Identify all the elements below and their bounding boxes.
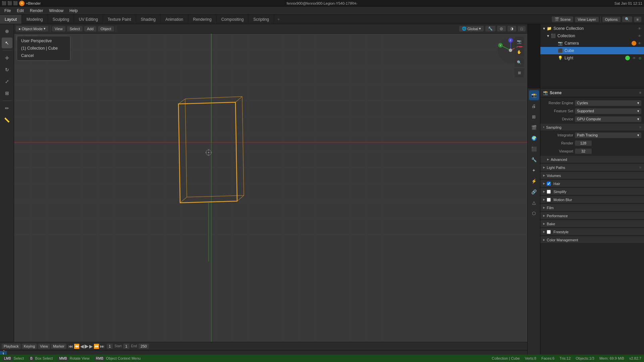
tab-texture-paint[interactable]: Texture Paint (103, 15, 136, 24)
tab-layout[interactable]: Layout (0, 15, 22, 24)
menu-render[interactable]: Render (27, 8, 46, 14)
data-props-btn[interactable]: △ (529, 197, 539, 207)
camera-eye[interactable]: 👁 (638, 42, 641, 45)
select-menu[interactable]: Select (67, 26, 83, 32)
tab-sculpting[interactable]: Sculpting (48, 15, 74, 24)
tab-add-button[interactable]: + (274, 15, 283, 24)
next-keyframe-btn[interactable]: ▶ (89, 344, 93, 349)
motion-blur-section[interactable]: ▶ Motion Blur (540, 196, 644, 203)
world-props-btn[interactable]: 🌍 (529, 133, 539, 143)
tab-compositing[interactable]: Compositing (217, 15, 249, 24)
mode-selector[interactable]: ● Object Mode ▾ (16, 26, 48, 32)
advanced-subsection[interactable]: ▶ Advanced (540, 156, 644, 163)
marker-btn[interactable]: Marker (51, 344, 66, 349)
viewport-samples-value[interactable]: 32 (575, 148, 592, 154)
hair-checkbox[interactable] (547, 182, 551, 186)
options-btn[interactable]: Options (602, 17, 621, 22)
sampling-menu[interactable]: ≡ (639, 125, 641, 129)
playback-btn[interactable]: Playback (2, 344, 21, 349)
start-frame-input[interactable]: 1 (123, 344, 129, 349)
context-cancel[interactable]: Cancel (17, 52, 70, 59)
current-frame-input[interactable]: 1 (107, 344, 113, 349)
cursor-tool[interactable]: ⊕ (2, 26, 12, 37)
prev-frame-btn[interactable]: ⏪ (74, 344, 79, 349)
context-collection-cube[interactable]: (1) Collection | Cube (17, 45, 70, 52)
menu-window[interactable]: Window (46, 8, 66, 14)
context-user-perspective[interactable]: User Perspective (17, 37, 70, 45)
light-paths-menu[interactable]: ≡ (639, 166, 641, 169)
tab-modeling[interactable]: Modeling (22, 15, 48, 24)
view-layer-selector[interactable]: View Layer (575, 17, 598, 22)
material-props-btn[interactable]: ⬡ (529, 208, 539, 218)
outliner-scene-collection[interactable]: ▾ 📁 Scene Collection 👁 (540, 25, 644, 32)
device-selector[interactable]: GPU Compute ▾ (575, 116, 641, 122)
menu-edit[interactable]: Edit (14, 8, 26, 14)
annotate-tool[interactable]: ✏ (2, 103, 12, 114)
outliner-light[interactable]: 💡 Light 👁 ⊙ (540, 54, 644, 62)
motion-blur-checkbox[interactable] (547, 198, 551, 202)
collection-eye[interactable]: 👁 (638, 34, 641, 38)
outliner-camera[interactable]: 📷 Camera 👁 (540, 40, 644, 47)
volumes-section[interactable]: ▶ Volumes (540, 172, 644, 179)
integrator-selector[interactable]: Path Tracing ▾ (575, 132, 641, 138)
tab-shading[interactable]: Shading (136, 15, 161, 24)
render-props-btn[interactable]: 📸 (529, 90, 539, 100)
scene-props-btn[interactable]: 🎬 (529, 122, 539, 132)
transform-tool[interactable]: ⊞ (2, 88, 12, 99)
light-eye[interactable]: 👁 (633, 56, 636, 60)
prev-keyframe-btn[interactable]: ◀ (80, 344, 84, 349)
viewport-3d[interactable]: X Y Z 📷 ✋ 🔍 ⊞ ⬜ ◐ ● (14, 34, 527, 342)
cube-eye[interactable]: 👁 (638, 49, 641, 53)
overlay-btn[interactable]: ◑ (507, 26, 516, 32)
tab-uv-editing[interactable]: UV Editing (74, 15, 103, 24)
freestyle-section[interactable]: ▶ Freestyle (540, 228, 644, 236)
menu-file[interactable]: File (2, 8, 13, 14)
jump-start-btn[interactable]: ⏮ (68, 344, 73, 349)
keying-btn[interactable]: Keying (22, 344, 37, 349)
object-props-btn[interactable]: ⬛ (529, 144, 539, 154)
tab-scripting[interactable]: Scripting (249, 15, 274, 24)
view-layer-props-btn[interactable]: ⊞ (529, 112, 539, 122)
performance-section[interactable]: ▶ Performance (540, 212, 644, 220)
sampling-section[interactable]: ▾ Sampling ≡ (540, 124, 644, 131)
simplify-checkbox[interactable] (547, 190, 551, 194)
view-btn[interactable]: View (38, 344, 50, 349)
physics-props-btn[interactable]: ⚡ (529, 176, 539, 186)
particles-props-btn[interactable]: ✦ (529, 165, 539, 175)
play-btn[interactable]: ▶ (85, 343, 89, 349)
zoom-btn[interactable]: 🔍 (515, 58, 524, 67)
next-frame-btn[interactable]: ⏩ (94, 344, 99, 349)
move-tool[interactable]: ✛ (2, 53, 12, 63)
proportional-btn[interactable]: ◎ (497, 26, 506, 32)
snap-btn[interactable]: 🔧 (485, 26, 495, 32)
xray-btn[interactable]: □ (518, 26, 526, 32)
render-engine-selector[interactable]: Cycles ▾ (575, 100, 641, 106)
light-paths-section[interactable]: ▶ Light Paths ≡ (540, 164, 644, 171)
grid-view-btn[interactable]: ⊞ (515, 68, 524, 77)
outliner-collection[interactable]: ▾ ⬛ Collection 👁 (540, 32, 644, 40)
film-section[interactable]: ▶ Film (540, 204, 644, 212)
object-menu[interactable]: Object (98, 26, 114, 32)
search-btn[interactable]: 🔍 (622, 16, 632, 22)
select-tool[interactable]: ↖ (2, 38, 12, 48)
scene-selector[interactable]: 🎬 Scene (552, 16, 573, 22)
outliner-cube[interactable]: ⬛ Cube 👁 (540, 47, 644, 54)
global-transform[interactable]: 🌐 Global ▾ (459, 26, 484, 32)
hair-section[interactable]: ▶ Hair (540, 180, 644, 187)
color-management-section[interactable]: ▶ Color Management (540, 236, 644, 244)
end-frame-input[interactable]: 250 (139, 344, 149, 349)
output-props-btn[interactable]: 🖨 (529, 101, 539, 111)
view-menu[interactable]: View (52, 26, 65, 32)
pan-view-btn[interactable]: ✋ (515, 47, 524, 57)
scale-tool[interactable]: ⤢ (2, 76, 12, 87)
render-samples-value[interactable]: 128 (575, 140, 592, 146)
jump-end-btn[interactable]: ⏭ (100, 344, 105, 349)
camera-view-btn[interactable]: 📷 (515, 37, 524, 46)
freestyle-checkbox[interactable] (547, 230, 551, 234)
menu-help[interactable]: Help (67, 8, 80, 14)
rotate-tool[interactable]: ↻ (2, 64, 12, 75)
add-menu[interactable]: Add (84, 26, 96, 32)
measure-tool[interactable]: 📏 (2, 115, 12, 125)
bake-section[interactable]: ▶ Bake (540, 220, 644, 228)
outliner-eye-icon[interactable]: 👁 (638, 27, 641, 31)
